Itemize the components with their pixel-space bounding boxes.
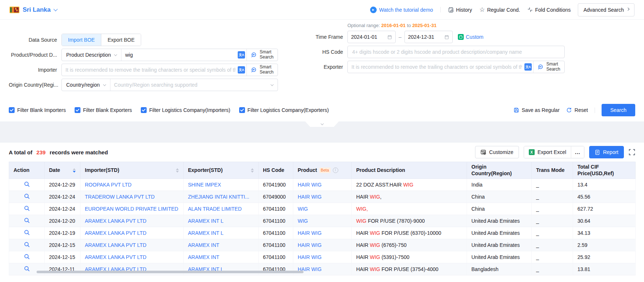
view-detail-icon[interactable] bbox=[24, 231, 30, 237]
importer-link[interactable]: ARAMEX LANKA PVT LTD bbox=[85, 230, 146, 236]
collapse-conditions-tab[interactable] bbox=[305, 121, 339, 127]
exporter-link[interactable]: ALAN TRADE LIMITED bbox=[188, 206, 242, 212]
checkbox-checked-icon[interactable] bbox=[75, 107, 80, 113]
checkbox-checked-icon[interactable] bbox=[9, 107, 15, 113]
product-smart-search-button[interactable]: SmartSearch bbox=[246, 49, 278, 61]
product-input[interactable] bbox=[125, 52, 236, 58]
translate-icon[interactable]: 文A bbox=[238, 66, 245, 74]
importer-label: Importer bbox=[9, 67, 57, 73]
product-link[interactable]: HAIR WIG bbox=[298, 230, 321, 236]
view-detail-icon[interactable] bbox=[24, 219, 30, 225]
optional-range: Optional range: 2016-01-01 to 2025-01-31 bbox=[347, 23, 644, 29]
exporter-smart-search-button[interactable]: SmartSearch bbox=[533, 61, 564, 73]
data-source-row: Data Source Import BOE Export BOE bbox=[9, 34, 315, 46]
exporter-link[interactable]: ARAMEX INT bbox=[188, 242, 219, 248]
history-button[interactable]: History bbox=[448, 7, 472, 13]
origin-input[interactable] bbox=[114, 82, 270, 88]
cell-trans-mode: _ bbox=[532, 239, 573, 251]
divider bbox=[440, 7, 441, 12]
country-selector[interactable]: Sri Lanka bbox=[23, 6, 51, 14]
cell-description: HAIR WIG FOR P/USE (3754)-4000 bbox=[352, 263, 467, 275]
custom-range-button[interactable]: Custom bbox=[458, 34, 483, 40]
col-action: Action bbox=[9, 162, 45, 179]
importer-smart-search-button[interactable]: SmartSearch bbox=[246, 64, 278, 76]
advanced-search-button[interactable]: Advanced Search bbox=[578, 3, 634, 16]
importer-link[interactable]: ARAMEX LANKA PVT LTD bbox=[85, 242, 146, 248]
importer-link[interactable]: TRADEROW LANKA PVT LTD bbox=[85, 194, 155, 200]
product-link[interactable]: HAIR WIG bbox=[298, 182, 321, 188]
view-detail-icon[interactable] bbox=[24, 195, 30, 200]
view-detail-icon[interactable] bbox=[24, 255, 30, 261]
record-count: 239 bbox=[37, 149, 46, 155]
filter-checkbox-0[interactable]: Filter Blank Importers bbox=[9, 107, 66, 113]
product-link[interactable]: HAIR WIG bbox=[298, 242, 321, 248]
end-date-input[interactable] bbox=[408, 34, 444, 40]
product-type-select[interactable]: Product Description bbox=[62, 49, 121, 61]
filter-checkbox-2[interactable]: Filter Logistics Company(Importers) bbox=[141, 107, 230, 113]
exporter-link[interactable]: ARAMEX INT L bbox=[188, 230, 223, 236]
product-link[interactable]: WIG bbox=[298, 218, 308, 224]
importer-link[interactable]: ARAMEX LANKA PVT LTD bbox=[85, 218, 146, 224]
fold-conditions-button[interactable]: Fold Conditions bbox=[527, 7, 570, 13]
view-detail-icon[interactable] bbox=[24, 243, 30, 249]
col-total-cif: Total CIF Price(USD,Ref) bbox=[573, 162, 636, 179]
importer-link[interactable]: ROOPAKA PVT LTD bbox=[85, 182, 132, 188]
table-row: 2024-12-20ARAMEX LANKA PVT LTDARAMEX INT… bbox=[9, 215, 636, 227]
filter-checkbox-group: Filter Blank ImportersFilter Blank Expor… bbox=[9, 107, 329, 113]
importer-link[interactable]: EUROPEAN WORLD PRIVATE LIMITED bbox=[85, 206, 178, 212]
sort-date[interactable] bbox=[73, 168, 76, 173]
translate-icon[interactable]: 文A bbox=[524, 63, 532, 71]
play-icon: ▶ bbox=[370, 7, 377, 13]
sort-exporter[interactable] bbox=[251, 168, 254, 173]
filter-checkbox-1[interactable]: Filter Blank Exporters bbox=[75, 107, 132, 113]
filter-checkbox-3[interactable]: Filter Logistics Company(Exporters) bbox=[239, 107, 329, 113]
importer-link[interactable]: ARAMEX LANKA PVT LTD bbox=[85, 254, 146, 260]
info-icon[interactable]: i bbox=[333, 168, 338, 173]
export-more-button[interactable]: ... bbox=[571, 146, 584, 158]
search-button[interactable]: Search bbox=[602, 104, 635, 116]
hs-code-input[interactable] bbox=[347, 46, 565, 58]
table-row: 2024-12-29ROOPAKA PVT LTDSHINE IMPEX6704… bbox=[9, 179, 636, 191]
product-link[interactable]: HAIR WIG bbox=[298, 194, 321, 200]
customize-button[interactable]: Customize bbox=[475, 146, 519, 158]
date-separator: – bbox=[399, 34, 402, 40]
product-link[interactable]: WIG bbox=[298, 206, 308, 212]
cell-origin: United Arab Emirates bbox=[467, 215, 532, 227]
cell-trans-mode: _ bbox=[532, 215, 573, 227]
save-as-regular-button[interactable]: Save as Regular bbox=[513, 107, 560, 113]
sort-importer[interactable] bbox=[176, 168, 179, 173]
exporter-link[interactable]: ZHEJIANG INTAI KNITTI... bbox=[188, 194, 249, 200]
horizontal-scrollbar-thumb[interactable] bbox=[37, 271, 304, 273]
view-detail-icon[interactable] bbox=[24, 267, 30, 273]
exporter-link[interactable]: ARAMEX INT L bbox=[188, 218, 223, 224]
view-detail-icon[interactable] bbox=[24, 207, 30, 213]
filter-panel: Data Source Import BOE Export BOE Produc… bbox=[0, 20, 644, 121]
calendar-icon bbox=[444, 34, 449, 40]
origin-type-select[interactable]: Country/region bbox=[62, 79, 110, 91]
view-detail-icon[interactable] bbox=[24, 183, 30, 188]
start-date-field[interactable] bbox=[347, 31, 396, 43]
start-date-input[interactable] bbox=[351, 34, 387, 40]
regular-cond-button[interactable]: ☆ Regular Cond. bbox=[479, 7, 520, 13]
export-excel-button[interactable]: X Export Excel bbox=[524, 146, 571, 158]
exporter-link[interactable]: SHINE IMPEX bbox=[188, 182, 221, 188]
smart-search-icon bbox=[251, 67, 257, 73]
checkbox-checked-icon[interactable] bbox=[141, 107, 147, 113]
exporter-input[interactable] bbox=[351, 64, 522, 70]
report-button[interactable]: Report bbox=[589, 146, 624, 158]
translate-icon[interactable]: 文A bbox=[238, 51, 245, 59]
exporter-link[interactable]: ARAMEX INT bbox=[188, 254, 219, 260]
cell-description: HAIR WIG, bbox=[352, 191, 467, 203]
table-row: 2024-12-19ARAMEX LANKA PVT LTDARAMEX INT… bbox=[9, 227, 636, 239]
checkbox-checked-icon[interactable] bbox=[239, 107, 245, 113]
tab-export-boe[interactable]: Export BOE bbox=[101, 34, 141, 46]
chevron-down-icon[interactable] bbox=[53, 7, 57, 11]
end-date-field[interactable] bbox=[404, 31, 453, 43]
tutorial-link[interactable]: ▶ Watch the tutorial demo bbox=[370, 7, 433, 13]
product-link[interactable]: HAIR WIG bbox=[298, 254, 321, 260]
importer-input[interactable] bbox=[65, 67, 236, 73]
tab-import-boe[interactable]: Import BOE bbox=[62, 34, 101, 46]
fullscreen-icon[interactable] bbox=[629, 149, 635, 155]
cell-date: 2024-12-15 bbox=[45, 239, 80, 251]
reset-button[interactable]: Reset bbox=[566, 107, 588, 113]
